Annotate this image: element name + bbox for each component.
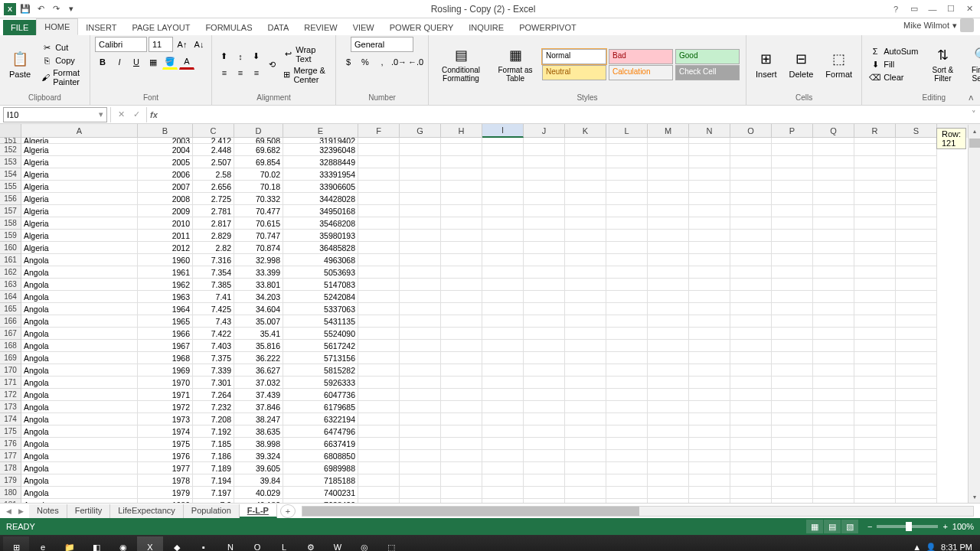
cell[interactable] [772,487,813,499]
chrome-icon[interactable]: ◉ [110,536,136,551]
cell[interactable] [358,242,400,254]
cell[interactable] [358,193,400,205]
cell[interactable] [813,205,854,217]
column-header-G[interactable]: G [400,124,441,138]
cell[interactable] [854,205,896,217]
cell[interactable] [896,438,937,450]
format-painter-button[interactable]: 🖌Format Painter [38,67,85,87]
cell[interactable]: 70.477 [234,205,283,217]
cell[interactable] [606,328,648,340]
cell[interactable] [648,340,689,352]
cell[interactable] [524,487,565,499]
cell[interactable]: 7.422 [193,328,234,340]
cell[interactable] [648,315,689,328]
cell[interactable]: Angola [21,462,138,474]
row-header[interactable]: 169 [0,352,21,364]
column-header-R[interactable]: R [854,124,896,138]
cell[interactable] [730,438,772,450]
cell[interactable] [772,291,813,303]
align-middle-icon[interactable]: ↕ [233,49,248,64]
cell[interactable] [358,377,400,389]
row-header[interactable]: 157 [0,205,21,217]
row-header[interactable]: 151 [0,138,21,144]
cell[interactable] [813,499,854,503]
cell[interactable] [896,413,937,425]
cell[interactable] [441,328,482,340]
sheet-tab-notes[interactable]: Notes [29,504,67,518]
zoom-slider[interactable] [877,525,938,528]
fill-color-button[interactable]: 🪣 [162,54,178,70]
cell[interactable] [524,328,565,340]
cell[interactable] [896,168,937,181]
cell-style-check-cell[interactable]: Check Cell [675,65,740,80]
clear-button[interactable]: ⌫Clear [867,71,921,83]
cell[interactable] [441,389,482,401]
cell[interactable] [648,291,689,303]
cell[interactable] [606,193,648,205]
cell[interactable] [772,474,813,487]
cell[interactable]: Angola [21,389,138,401]
font-name-select[interactable] [95,37,147,52]
cell[interactable] [400,230,441,242]
sheet-nav-last-icon[interactable]: ▶ [15,505,26,517]
cell[interactable] [854,138,896,144]
increase-font-icon[interactable]: A↑ [175,37,190,52]
cell[interactable] [482,279,524,291]
cell[interactable] [565,138,606,144]
cell[interactable] [441,138,482,144]
cell[interactable] [854,352,896,364]
cell[interactable] [648,181,689,193]
format-as-table-button[interactable]: ▦Format as Table [492,44,539,84]
cell[interactable]: 6637419 [283,438,358,450]
cell[interactable] [854,438,896,450]
cell[interactable]: 1969 [138,364,193,377]
cell[interactable] [854,413,896,425]
cell[interactable]: 5147083 [283,279,358,291]
cell[interactable] [482,462,524,474]
cell[interactable] [772,352,813,364]
cell[interactable] [441,193,482,205]
cell[interactable] [400,303,441,315]
cell[interactable] [482,266,524,279]
cell[interactable] [854,242,896,254]
cell[interactable] [730,425,772,438]
cell[interactable] [896,499,937,503]
cell[interactable] [813,462,854,474]
cell[interactable]: 2.817 [193,217,234,230]
cell[interactable] [400,168,441,181]
cell[interactable] [772,450,813,462]
cell[interactable] [730,474,772,487]
cell[interactable] [772,328,813,340]
cell[interactable] [730,352,772,364]
cell[interactable] [524,205,565,217]
cell[interactable] [358,181,400,193]
cell[interactable]: Angola [21,438,138,450]
cell[interactable] [606,138,648,144]
row-header[interactable]: 153 [0,156,21,168]
column-header-E[interactable]: E [283,124,358,138]
cell[interactable] [854,401,896,413]
cell[interactable]: 1963 [138,291,193,303]
cell[interactable] [854,266,896,279]
cell[interactable] [730,230,772,242]
cell[interactable] [565,413,606,425]
cell[interactable]: 5053693 [283,266,358,279]
cell[interactable]: 39.605 [234,462,283,474]
cell[interactable] [772,364,813,377]
cell[interactable]: 1979 [138,487,193,499]
cell[interactable]: Algeria [21,230,138,242]
cell[interactable] [689,168,730,181]
row-header[interactable]: 179 [0,474,21,487]
close-icon[interactable]: ✕ [962,2,977,16]
wrap-text-button[interactable]: ↩Wrap Text [280,44,331,64]
cell[interactable] [648,364,689,377]
cell[interactable] [358,144,400,156]
tab-home[interactable]: HOME [36,18,78,35]
cell[interactable] [730,144,772,156]
cell[interactable] [689,389,730,401]
cell[interactable] [896,205,937,217]
cell[interactable] [772,230,813,242]
cell[interactable] [730,340,772,352]
cell[interactable]: 35468208 [283,217,358,230]
cell[interactable]: 1970 [138,377,193,389]
